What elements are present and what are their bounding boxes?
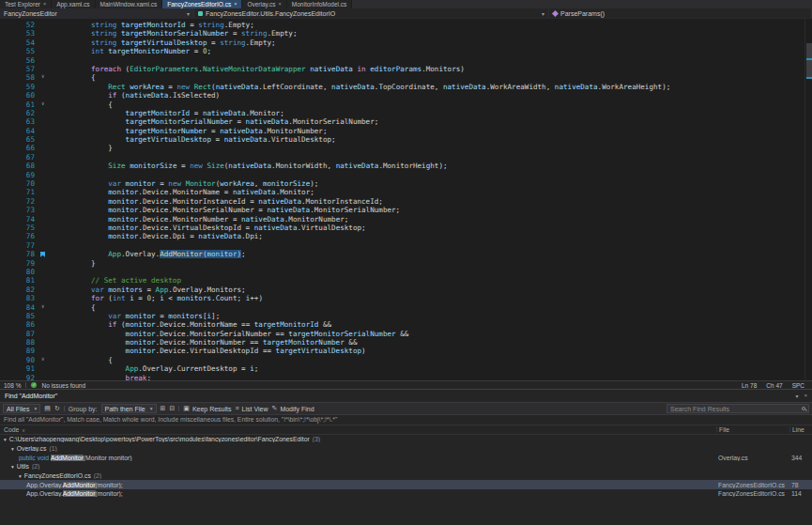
line-number[interactable]: 82	[0, 286, 38, 294]
health-status[interactable]: No issues found	[41, 382, 85, 389]
line-number[interactable]: 86	[0, 320, 38, 329]
code-line[interactable]: 84∨{	[0, 303, 812, 312]
gutter[interactable]	[38, 338, 53, 347]
line-number[interactable]: 87	[0, 330, 38, 338]
gutter[interactable]	[38, 47, 53, 55]
code-line[interactable]: 54string targetVirtualDesktop = string.E…	[0, 39, 812, 47]
code-line[interactable]: 65 targetVirtualDesktop = nativeData.Vir…	[0, 135, 812, 144]
gutter[interactable]	[38, 56, 53, 65]
result-group-row[interactable]: ▾Overlay.cs(1)	[0, 444, 812, 454]
gutter[interactable]	[38, 188, 53, 196]
line-number[interactable]: 84	[0, 303, 38, 312]
gutter[interactable]	[38, 224, 53, 232]
line-number[interactable]: 66	[0, 144, 38, 152]
fold-chevron-icon[interactable]: ∨	[41, 355, 44, 363]
close-icon[interactable]: ×	[804, 393, 807, 399]
code-line[interactable]: 89 monitor.Device.VirtualDesktopId == ta…	[0, 347, 812, 355]
line-number[interactable]: 89	[0, 347, 38, 355]
code-line[interactable]: 79}	[0, 259, 812, 268]
line-number[interactable]: 62	[0, 109, 38, 117]
line-number[interactable]: 55	[0, 47, 38, 55]
code-line[interactable]: 62 targetMonitorId = nativeData.Monitor;	[0, 109, 812, 117]
zoom-level[interactable]: 108 %	[4, 382, 21, 389]
gutter[interactable]	[38, 364, 53, 373]
tab-monitorinfomodel-cs[interactable]: MonitorInfoModel.cs	[287, 0, 353, 8]
gutter[interactable]	[38, 232, 53, 240]
line-number[interactable]: 75	[0, 224, 38, 232]
gutter[interactable]: ∨	[38, 303, 53, 312]
code-line[interactable]: 90∨ {	[0, 356, 812, 364]
code-line[interactable]: 64 targetMonitorNumber = nativeData.Moni…	[0, 127, 812, 135]
gutter[interactable]	[38, 29, 53, 38]
code-line[interactable]: 85 var monitor = monitors[i];	[0, 312, 812, 320]
line-number[interactable]: 70	[0, 179, 38, 188]
code-line[interactable]: 81// Set active desktop	[0, 276, 812, 285]
line-number[interactable]: 88	[0, 338, 38, 347]
gutter[interactable]	[38, 135, 53, 144]
collapse-all-icon[interactable]: ⊟	[169, 404, 175, 413]
line-number[interactable]: 79	[0, 259, 38, 268]
gutter[interactable]	[38, 276, 53, 285]
gutter[interactable]	[38, 117, 53, 126]
line-number[interactable]: 67	[0, 153, 38, 162]
line-number[interactable]: 52	[0, 21, 38, 29]
line-number[interactable]: 78	[0, 250, 38, 258]
close-icon[interactable]: ×	[43, 0, 46, 8]
gutter[interactable]	[38, 320, 53, 329]
gutter[interactable]	[38, 109, 53, 117]
line-number[interactable]: 85	[0, 312, 38, 320]
gutter[interactable]: ∨	[38, 73, 53, 82]
code-line[interactable]: 63 targetMonitorSerialNumber = nativeDat…	[0, 117, 812, 126]
result-group-row[interactable]: ▾FancyZonesEditorIO.cs(2)	[0, 471, 812, 481]
result-group-row[interactable]: ▾C:\Users\zhaopengwang\Desktop\powertoys…	[0, 435, 812, 444]
open-file-icon[interactable]: ▤	[44, 404, 51, 413]
line-number[interactable]: 68	[0, 162, 38, 170]
line-number[interactable]: 69	[0, 171, 38, 179]
code-line[interactable]: 57foreach (EditorParameters.NativeMonito…	[0, 65, 812, 73]
column-header-line[interactable]: Line	[789, 426, 812, 433]
code-line[interactable]: 52string targetMonitorId = string.Empty;	[0, 21, 812, 29]
code-line[interactable]: 75 monitor.Device.VirtualDesktopId = nat…	[0, 224, 812, 232]
code-line[interactable]: 73 monitor.Device.MonitorSerialNumber = …	[0, 206, 812, 214]
search-results-input[interactable]: Search Find Results	[666, 404, 809, 413]
gutter[interactable]	[38, 294, 53, 302]
scrollbar-thumb[interactable]	[806, 43, 812, 79]
refresh-icon[interactable]: ↻	[54, 404, 60, 413]
line-number[interactable]: 90	[0, 356, 38, 364]
line-number[interactable]: 77	[0, 241, 38, 250]
line-number[interactable]: 72	[0, 197, 38, 206]
line-number[interactable]: 83	[0, 294, 38, 302]
result-group-row[interactable]: ▾Utils(2)	[0, 462, 812, 471]
line-number[interactable]: 63	[0, 117, 38, 126]
line-number[interactable]: 59	[0, 83, 38, 91]
tree-expander-icon[interactable]: ▾	[11, 446, 14, 452]
code-line[interactable]: 91 App.Overlay.CurrentDesktop = i;	[0, 364, 812, 373]
code-line[interactable]: 74 monitor.Device.MonitorNumber = native…	[0, 215, 812, 224]
gutter[interactable]	[38, 91, 53, 100]
line-number[interactable]: 54	[0, 39, 38, 47]
code-line[interactable]: 60 if (nativeData.IsSelected)	[0, 91, 812, 100]
line-number[interactable]: 80	[0, 268, 38, 276]
tab-test-explorer[interactable]: Test Explorer×	[0, 0, 52, 8]
gutter[interactable]	[38, 312, 53, 320]
gutter[interactable]: ∨	[38, 356, 53, 364]
code-line[interactable]: 87 monitor.Device.MonitorSerialNumber ==…	[0, 330, 812, 338]
tree-expander-icon[interactable]: ▾	[19, 473, 22, 479]
code-line[interactable]: 92 break;	[0, 374, 812, 380]
gutter[interactable]	[38, 171, 53, 179]
line-number[interactable]: 74	[0, 215, 38, 224]
code-line[interactable]: 88 monitor.Device.MonitorNumber == targe…	[0, 338, 812, 347]
line-number[interactable]: 60	[0, 91, 38, 100]
line-number[interactable]: 65	[0, 135, 38, 144]
gutter[interactable]: ∨	[38, 100, 53, 109]
line-number[interactable]: 53	[0, 29, 38, 38]
gutter[interactable]	[38, 330, 53, 338]
fold-chevron-icon[interactable]: ∨	[41, 100, 44, 108]
line-number[interactable]: 57	[0, 65, 38, 73]
close-icon[interactable]: ×	[234, 0, 237, 8]
line-number[interactable]: 64	[0, 127, 38, 135]
project-dropdown[interactable]: FancyZonesEditor ▾	[0, 8, 194, 18]
gutter[interactable]	[38, 197, 53, 206]
chevron-down-icon[interactable]: ▾	[795, 393, 798, 399]
whitespace-indicator[interactable]: SPC	[792, 382, 804, 389]
